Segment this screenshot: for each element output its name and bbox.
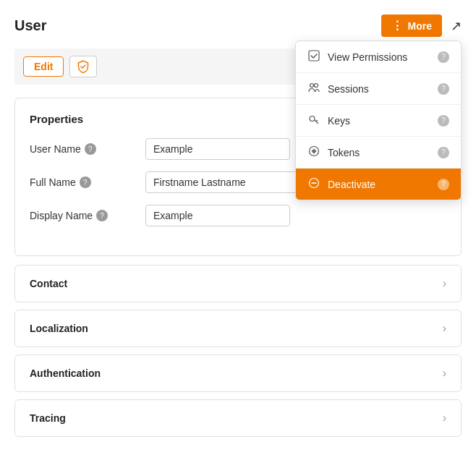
more-dots-icon: ⋮ (391, 19, 404, 33)
header: User ⋮ More ↗ (14, 14, 462, 37)
more-button[interactable]: ⋮ More (381, 14, 442, 37)
shield-button[interactable] (69, 56, 97, 77)
shield-icon (77, 60, 89, 73)
deactivate-icon (307, 177, 320, 191)
view-permissions-label: View Permissions (328, 51, 407, 63)
displayname-row: Display Name ? (30, 205, 446, 226)
contact-section[interactable]: Contact › (14, 265, 462, 302)
localization-section[interactable]: Localization › (14, 310, 462, 347)
displayname-label: Display Name ? (30, 210, 145, 221)
authentication-title: Authentication (30, 367, 101, 379)
page-title: User (14, 17, 46, 34)
displayname-help-icon[interactable]: ? (96, 210, 108, 221)
tokens-help-icon[interactable]: ? (438, 147, 449, 158)
sessions-icon (307, 82, 320, 95)
page-container: User ⋮ More ↗ Edit Properties User Name … (0, 0, 476, 476)
keys-label: Keys (328, 115, 350, 127)
authentication-chevron-icon: › (443, 367, 446, 380)
localization-title: Localization (30, 323, 88, 334)
localization-chevron-icon: › (443, 322, 446, 335)
keys-icon (307, 114, 320, 127)
username-help-icon[interactable]: ? (85, 143, 96, 155)
more-label: More (408, 20, 432, 32)
fullname-input[interactable] (145, 171, 319, 193)
username-label: User Name ? (30, 143, 145, 155)
fullname-label: Full Name ? (30, 177, 145, 188)
dropdown-menu: View Permissions ? Sessions ? (295, 41, 462, 200)
tracing-chevron-icon: › (443, 412, 446, 425)
external-link-icon[interactable]: ↗ (451, 18, 462, 34)
svg-point-3 (310, 116, 315, 122)
tracing-section[interactable]: Tracing › (14, 399, 462, 437)
view-permissions-help-icon[interactable]: ? (438, 51, 449, 63)
sessions-label: Sessions (328, 83, 369, 95)
svg-rect-0 (309, 51, 319, 61)
contact-chevron-icon: › (443, 277, 446, 290)
deactivate-label: Deactivate (328, 179, 375, 190)
username-input[interactable] (145, 138, 290, 160)
dropdown-item-sessions[interactable]: Sessions ? (296, 73, 461, 105)
deactivate-help-icon[interactable]: ? (438, 179, 449, 190)
dropdown-item-keys[interactable]: Keys ? (296, 105, 461, 137)
keys-help-icon[interactable]: ? (438, 115, 449, 127)
dropdown-item-deactivate[interactable]: Deactivate ? (296, 169, 461, 200)
edit-button[interactable]: Edit (23, 56, 64, 77)
contact-title: Contact (30, 278, 67, 289)
tracing-title: Tracing (30, 412, 66, 424)
view-permissions-icon (307, 50, 320, 64)
dropdown-item-tokens[interactable]: Tokens ? (296, 137, 461, 169)
authentication-section[interactable]: Authentication › (14, 354, 462, 392)
dropdown-item-view-permissions[interactable]: View Permissions ? (296, 41, 461, 73)
sessions-help-icon[interactable]: ? (438, 83, 449, 95)
svg-point-2 (315, 84, 318, 88)
header-right: ⋮ More ↗ (381, 14, 462, 37)
tokens-icon (307, 145, 320, 159)
displayname-input[interactable] (145, 205, 290, 226)
fullname-help-icon[interactable]: ? (80, 177, 91, 188)
svg-point-1 (310, 84, 314, 88)
tokens-label: Tokens (328, 147, 360, 158)
